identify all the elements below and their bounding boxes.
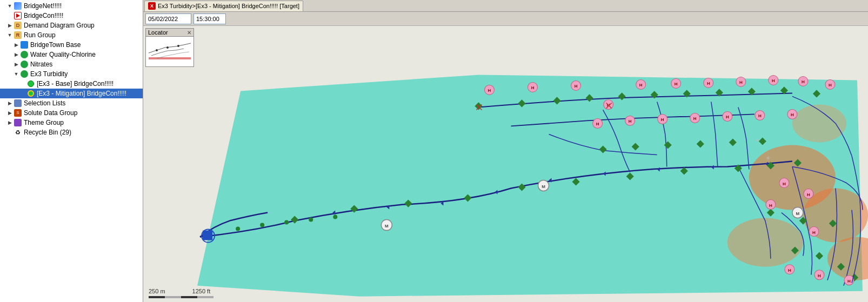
tree-label-demand: Demand Diagram Group: [24, 22, 95, 29]
svg-text:H: H: [802, 79, 805, 84]
scale-seg-2: [165, 296, 181, 298]
scale-line: [149, 296, 213, 299]
svg-point-115: [260, 223, 264, 227]
expander-bridgenet[interactable]: ▼: [6, 3, 13, 9]
svg-text:M: M: [385, 224, 389, 229]
main-tab[interactable]: X Ex3 Turbidity>[Ex3 - Mitigation] Bridg…: [144, 1, 303, 11]
svg-text:H: H: [807, 192, 810, 197]
locator-box: Locator ✕: [145, 28, 194, 67]
expander-ex3[interactable]: ▼: [13, 71, 19, 77]
expander-solute[interactable]: ▶: [6, 110, 13, 116]
svg-text:H: H: [629, 119, 632, 124]
svg-text:H: H: [661, 117, 664, 122]
tree-label-run-group: Run Group: [24, 31, 56, 39]
locator-svg: [146, 37, 193, 66]
expander-theme[interactable]: ▶: [6, 119, 13, 126]
map-area[interactable]: Locator ✕: [143, 26, 868, 302]
tree-item-bridgenet[interactable]: ▼ BridgeNet!!!!!: [0, 1, 143, 11]
svg-text:H: H: [788, 268, 791, 273]
tree-item-theme-group[interactable]: ▶ Theme Group: [0, 118, 143, 127]
tree-item-ex3-base[interactable]: [Ex3 - Base] BridgeCon!!!!!: [0, 79, 143, 89]
svg-text:H: H: [812, 230, 816, 235]
tree-item-demand-group[interactable]: ▶ D Demand Diagram Group: [0, 21, 143, 30]
tree-label-selection: Selection Lists: [24, 99, 65, 107]
bridgenet-icon: [14, 2, 22, 10]
nitrates-icon: [20, 60, 29, 69]
tree-label-ex3-mitigation: [Ex3 - Mitigation] BridgeCon!!!!!: [37, 90, 126, 97]
svg-text:M: M: [796, 211, 800, 216]
tree-item-selection-lists[interactable]: ▶ Selection Lists: [0, 98, 143, 108]
svg-point-4: [177, 45, 179, 47]
scale-seg-1: [149, 296, 165, 298]
tree-item-bridgecon[interactable]: BridgeCon!!!!!: [0, 11, 143, 21]
svg-point-116: [284, 220, 289, 225]
locator-header: Locator ✕: [146, 29, 193, 37]
svg-text:H: H: [772, 78, 775, 83]
tree-label-bridgecon: BridgeCon!!!!!: [24, 12, 63, 19]
expander-nitrates[interactable]: ▶: [13, 61, 19, 68]
tree-item-ex3-mitigation[interactable]: [Ex3 - Mitigation] BridgeCon!!!!!: [0, 89, 143, 98]
tree-label-nitrates: Nitrates: [30, 61, 52, 68]
tree-label-bridgenet: BridgeNet!!!!!: [24, 2, 62, 10]
tree-panel: ▼ BridgeNet!!!!! BridgeCon!!!!! ▶ D Dema…: [0, 0, 143, 302]
svg-text:H: H: [726, 115, 729, 119]
svg-text:M: M: [542, 184, 545, 189]
tab-bar: X Ex3 Turbidity>[Ex3 - Mitigation] Bridg…: [143, 0, 868, 12]
expander-wq-chlorine[interactable]: ▶: [13, 51, 19, 58]
tree-item-nitrates[interactable]: ▶ Nitrates: [0, 59, 143, 69]
expander-run[interactable]: ▼: [6, 32, 13, 38]
svg-text:H: H: [488, 88, 491, 93]
svg-point-2: [156, 49, 158, 51]
run-group-icon: R: [14, 31, 22, 39]
tree-item-bridgetown-base[interactable]: ▶ BridgeTown Base: [0, 40, 143, 50]
tab-label: Ex3 Turbidity>[Ex3 - Mitigation] BridgeC…: [158, 3, 299, 9]
tree-item-run-group[interactable]: ▼ R Run Group: [0, 30, 143, 40]
expander-bridgetown[interactable]: ▶: [13, 42, 19, 48]
svg-text:H: H: [739, 80, 743, 85]
tab-icon: X: [148, 2, 156, 10]
wq-chlorine-icon: [20, 50, 29, 59]
svg-text:H: H: [769, 203, 772, 208]
tree-item-recycle-bin[interactable]: ♻ Recycle Bin (29): [0, 127, 143, 137]
locator-close-button[interactable]: ✕: [187, 30, 191, 36]
tree-label-ex3-base: [Ex3 - Base] BridgeCon!!!!!: [37, 80, 113, 88]
expander-demand[interactable]: ▶: [6, 22, 13, 29]
ex3-turbidity-icon: [20, 70, 29, 78]
ex3-base-icon: [26, 79, 35, 88]
selection-icon: [14, 99, 22, 108]
recycle-icon: ♻: [14, 128, 22, 137]
tree-label-theme: Theme Group: [24, 119, 64, 126]
tree-item-solute-data[interactable]: ▶ S Solute Data Group: [0, 108, 143, 118]
svg-text:H: H: [675, 82, 678, 86]
expander-selection[interactable]: ▶: [6, 100, 13, 106]
tree-label-solute: Solute Data Group: [24, 109, 77, 117]
svg-point-3: [166, 46, 169, 49]
svg-text:✳: ✳: [766, 155, 770, 161]
svg-text:H: H: [791, 112, 794, 117]
time-input[interactable]: [193, 14, 226, 24]
svg-text:H: H: [693, 116, 697, 121]
svg-text:H: H: [818, 273, 821, 278]
date-input[interactable]: [145, 14, 191, 24]
ex3-mitigation-icon: [26, 89, 35, 98]
svg-point-8: [727, 218, 803, 267]
svg-text:H: H: [531, 85, 535, 90]
scale-seg-3: [181, 296, 197, 298]
network-map-svg[interactable]: H H H H H H H H H H H H H: [143, 26, 868, 302]
tree-label-ex3-turbidity: Ex3 Turbidity: [30, 70, 68, 78]
tree-item-wq-chlorine[interactable]: ▶ Water Quality-Chlorine: [0, 50, 143, 59]
svg-text:H: H: [758, 113, 762, 118]
scale-bar: 250 m 1250 ft: [149, 288, 213, 299]
svg-text:H: H: [783, 182, 786, 186]
scale-label-metric: 250 m: [149, 288, 165, 294]
expander-bridgecon[interactable]: [6, 12, 13, 19]
svg-text:✳: ✳: [755, 137, 759, 143]
svg-text:H: H: [575, 84, 578, 89]
scale-seg-4: [197, 296, 213, 298]
svg-rect-1: [149, 57, 191, 59]
expander-ex3-mitigation: [19, 90, 26, 97]
expander-recycle: [6, 129, 13, 136]
tree-item-ex3-turbidity[interactable]: ▼ Ex3 Turbidity: [0, 69, 143, 79]
bridgecon-icon: [14, 11, 22, 20]
svg-text:M: M: [206, 234, 210, 239]
